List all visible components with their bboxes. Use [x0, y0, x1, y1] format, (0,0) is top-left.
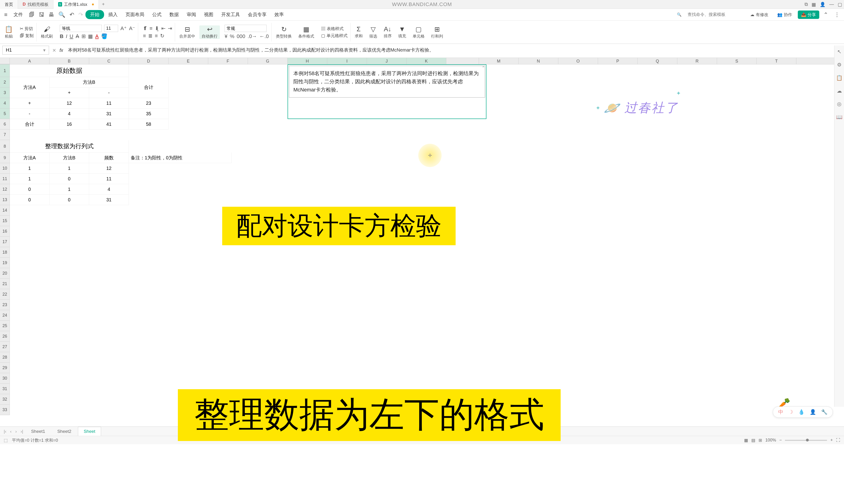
pending-changes-button[interactable]: ☁有修改 — [747, 11, 772, 19]
border-button[interactable]: ⊞ — [82, 33, 86, 39]
zoom-level[interactable]: 100% — [765, 438, 776, 443]
col-header[interactable]: I — [327, 58, 367, 64]
indent-increase-icon[interactable]: ⇥ — [168, 25, 172, 32]
col-header[interactable]: S — [717, 58, 757, 64]
sheet-tab-2[interactable]: Sheet2 — [52, 427, 77, 436]
normal-view-icon[interactable]: ▦ — [744, 438, 748, 443]
cells-grid[interactable]: 原始数据 方法A 方法B 合计 + - + 12 11 23 - 4 31 35… — [10, 65, 844, 415]
zoom-in-button[interactable]: + — [830, 438, 833, 443]
cell[interactable]: 备注：1为阳性，0为阴性 — [129, 152, 232, 163]
col-header[interactable]: D — [129, 58, 168, 64]
row-header[interactable]: 2 — [0, 77, 10, 88]
tab-workbook[interactable]: S工作簿1.xlsx — [53, 0, 99, 9]
align-middle-icon[interactable]: ≡ — [149, 25, 152, 32]
command-search-input[interactable] — [684, 12, 744, 17]
cell[interactable]: 方法A — [10, 77, 50, 98]
cell-note[interactable]: 本例对58名可疑系统性红斑狼疮患者，采用了两种方法同时进行检测，检测结果为阳性与… — [289, 66, 485, 97]
redo-icon[interactable]: ↷ — [76, 11, 85, 19]
spreadsheet[interactable]: A B C D E F G H I J K M N O P Q R S T 1 … — [0, 58, 844, 427]
grid-icon[interactable]: ▦ — [811, 2, 816, 7]
row-header[interactable]: 21 — [0, 278, 10, 289]
row-header[interactable]: 19 — [0, 257, 10, 268]
col-header[interactable]: P — [598, 58, 638, 64]
col-header[interactable]: E — [168, 58, 208, 64]
cell-fill-style-icon[interactable]: ▦ — [88, 33, 93, 39]
col-header[interactable]: A — [10, 58, 50, 64]
cell[interactable]: 合计 — [10, 119, 50, 129]
row-header[interactable]: 28 — [0, 352, 10, 363]
row-header[interactable]: 10 — [0, 163, 10, 174]
cell[interactable]: 1 — [50, 163, 89, 174]
table-style-button[interactable]: ▤ 表格样式 — [321, 26, 343, 32]
number-format-select[interactable] — [225, 25, 267, 32]
fill-button[interactable]: ▼填充 — [396, 25, 409, 39]
row-header[interactable]: 3 — [0, 88, 10, 98]
tab-view[interactable]: 视图 — [200, 10, 217, 19]
collaborate-button[interactable]: 👥协作 — [774, 11, 795, 19]
font-name-select[interactable] — [60, 25, 102, 32]
cell[interactable]: 58 — [129, 119, 168, 129]
lang-icon[interactable]: 中 — [778, 409, 783, 416]
indent-decrease-icon[interactable]: ⇤ — [161, 25, 165, 32]
cell[interactable]: 31 — [89, 108, 129, 119]
wrench-icon[interactable]: 🔧 — [821, 409, 827, 415]
floating-toolbar[interactable]: 中 ☽ 💧 👤 🔧 — [773, 407, 833, 418]
row-header[interactable]: 15 — [0, 216, 10, 226]
comma-icon[interactable]: 000 — [237, 33, 245, 39]
cloud-icon[interactable]: ☁ — [837, 88, 842, 94]
new-icon[interactable]: 🗐 — [27, 11, 36, 19]
row-header[interactable]: 22 — [0, 289, 10, 300]
cell[interactable]: 整理数据为行列式 — [10, 140, 129, 152]
row-header[interactable]: 4 — [0, 98, 10, 108]
row-header[interactable]: 8 — [0, 140, 10, 152]
row-header[interactable]: 29 — [0, 363, 10, 373]
row-header[interactable]: 5 — [0, 108, 10, 119]
fx-icon[interactable]: fx — [59, 48, 63, 53]
zoom-out-button[interactable]: − — [779, 438, 782, 443]
cell-style-button[interactable]: ▢ 单元格样式 — [321, 33, 347, 38]
cell[interactable]: 方法B — [50, 77, 129, 88]
col-header[interactable]: H — [288, 58, 327, 64]
collapse-ribbon-icon[interactable]: ⌃ — [822, 11, 830, 19]
percent-icon[interactable]: % — [230, 33, 234, 39]
strike-button[interactable]: A̶ — [76, 33, 79, 39]
col-header[interactable] — [446, 58, 479, 64]
col-header[interactable]: M — [479, 58, 519, 64]
font-size-select[interactable] — [104, 25, 118, 32]
tab-home[interactable]: 首页 — [0, 0, 18, 9]
target-icon[interactable]: ◎ — [837, 101, 841, 107]
tab-data[interactable]: 数据 — [166, 10, 182, 19]
person-icon[interactable]: 👤 — [810, 409, 816, 415]
record-icon[interactable]: ⬚ — [4, 438, 8, 443]
undo-icon[interactable]: ↶ — [68, 11, 76, 19]
tab-efficiency[interactable]: 效率 — [271, 10, 288, 19]
fill-color-button[interactable]: 🪣 — [101, 33, 107, 39]
col-header[interactable]: F — [208, 58, 248, 64]
tab-member[interactable]: 会员专享 — [244, 10, 270, 19]
cell[interactable]: 方法B — [50, 152, 89, 163]
row-header[interactable]: 30 — [0, 373, 10, 383]
cut-button[interactable]: ✂ 剪切 — [20, 26, 33, 32]
layout-icon[interactable]: ⧉ — [805, 2, 808, 7]
col-header[interactable]: O — [558, 58, 598, 64]
save-icon[interactable]: 🖫 — [37, 11, 46, 19]
col-header[interactable]: B — [50, 58, 89, 64]
align-bottom-icon[interactable]: ⬇̱ — [155, 25, 159, 32]
align-right-icon[interactable]: ≡ — [155, 33, 158, 39]
conditional-format-button[interactable]: ▦条件格式 — [296, 25, 317, 39]
cell[interactable]: 41 — [89, 119, 129, 129]
row-header[interactable]: 1 — [0, 65, 10, 77]
name-box[interactable]: H1▾ — [2, 46, 49, 55]
cancel-formula-icon[interactable]: ✕ — [52, 48, 56, 53]
cell[interactable]: 0 — [10, 184, 50, 195]
file-menu[interactable]: 文件 — [10, 10, 26, 19]
maximize-button[interactable]: ▢ — [838, 2, 842, 7]
tab-formula[interactable]: 公式 — [148, 10, 165, 19]
underline-button[interactable]: U — [70, 33, 73, 39]
row-header[interactable]: 12 — [0, 184, 10, 195]
cell[interactable]: 16 — [50, 119, 89, 129]
tab-start[interactable]: 开始 — [86, 10, 104, 19]
row-header[interactable]: 16 — [0, 226, 10, 237]
cell[interactable]: 31 — [89, 195, 129, 205]
row-header[interactable]: 23 — [0, 300, 10, 310]
